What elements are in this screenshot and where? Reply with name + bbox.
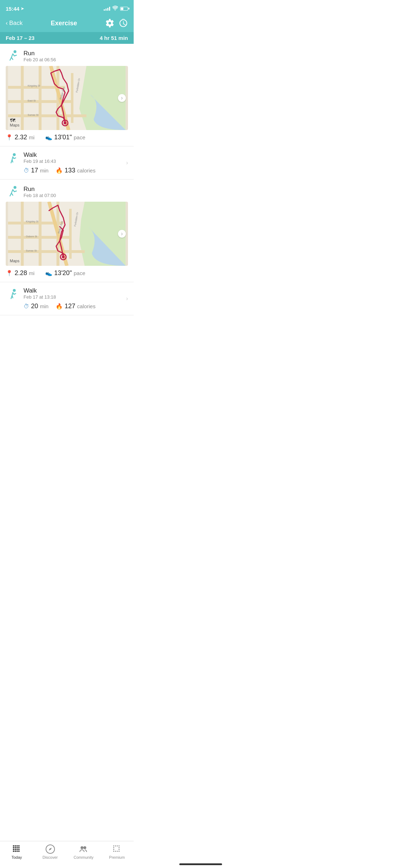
pin-icon-2: 📍: [6, 270, 13, 277]
walk-duration-1: ⏱ 17 min: [24, 167, 48, 174]
calories-unit-1: calories: [77, 167, 96, 174]
activity-header-run-2: Run Feb 18 at 07:00: [6, 185, 128, 199]
svg-text:🗺: 🗺: [10, 117, 15, 123]
calories-value-1: 133: [65, 167, 75, 174]
svg-text:Kingsley St: Kingsley St: [26, 220, 38, 223]
date-range: Feb 17 – 23: [6, 35, 35, 41]
fire-icon-2: 🔥: [56, 303, 63, 310]
distance-unit-run-2: mi: [29, 270, 35, 276]
map-arrow-run-1: ›: [118, 94, 126, 102]
svg-text:Sumac St: Sumac St: [28, 114, 38, 116]
back-button[interactable]: ‹ Back: [6, 20, 22, 27]
pace-unit-run-1: pace: [74, 134, 86, 140]
nav-title: Exercise: [51, 20, 77, 27]
map-svg-run-2: Maps Ridge Ave Kingsley St Osborn St Sum…: [6, 202, 128, 266]
gear-icon: [105, 19, 114, 28]
svg-text:Maps: Maps: [10, 259, 20, 263]
map-run-2[interactable]: Maps Ridge Ave Kingsley St Osborn St Sum…: [6, 202, 128, 266]
duration-value-2: 20: [31, 303, 38, 310]
activity-stats-run-2: 📍 2.28 mi 👟 13'20" pace: [6, 269, 128, 277]
calories-unit-2: calories: [77, 303, 96, 309]
activity-run-1[interactable]: Run Feb 20 at 06:56: [0, 44, 134, 146]
pace-unit-run-2: pace: [74, 270, 86, 276]
nav-icons: [105, 19, 128, 28]
walk-stats-2: ⏱ 20 min 🔥 127 calories: [24, 303, 96, 310]
run-icon-1: [6, 49, 20, 63]
activity-date-run-1: Feb 20 at 06:56: [24, 57, 56, 62]
svg-point-0: [14, 50, 16, 53]
settings-button[interactable]: [105, 19, 114, 28]
svg-point-20: [13, 153, 16, 156]
stat-distance-run-1: 📍 2.32 mi: [6, 134, 35, 141]
activity-walk-1[interactable]: Walk Feb 19 at 16:43 ⏱ 17 min 🔥 133 calo…: [0, 146, 134, 180]
walk-stats-1: ⏱ 17 min 🔥 133 calories: [24, 167, 96, 174]
walk-type-2: Walk: [24, 287, 96, 294]
map-arrow-run-2: ›: [118, 230, 126, 238]
activity-date-run-2: Feb 18 at 07:00: [24, 193, 56, 198]
clock-icon-2: ⏱: [24, 303, 29, 310]
walk-left-2: Walk Feb 17 at 13:18 ⏱ 20 min 🔥 127 calo…: [6, 287, 96, 310]
distance-value-run-1: 2.32: [15, 134, 27, 141]
activity-type-run-1: Run: [24, 50, 56, 57]
shoe-icon-2: 👟: [45, 270, 52, 277]
fire-icon-1: 🔥: [56, 167, 63, 174]
activity-info-run-2: Run Feb 18 at 07:00: [24, 186, 56, 198]
pin-icon: 📍: [6, 134, 13, 141]
walk-info-1: Walk Feb 19 at 16:43 ⏱ 17 min 🔥 133 calo…: [24, 151, 96, 174]
walk-icon-2: [6, 287, 20, 301]
walk-date-1: Feb 19 at 16:43: [24, 159, 96, 164]
timer-icon: [119, 19, 128, 28]
svg-point-40: [13, 289, 16, 292]
svg-text:Kingsley St: Kingsley St: [28, 84, 40, 87]
duration-value-1: 17: [31, 167, 38, 174]
nav-bar: ‹ Back Exercise: [0, 16, 134, 32]
svg-text:Sumac St: Sumac St: [26, 249, 37, 252]
total-time: 4 hr 51 min: [100, 35, 128, 41]
walk-left-1: Walk Feb 19 at 16:43 ⏱ 17 min 🔥 133 calo…: [6, 151, 96, 174]
walk-duration-2: ⏱ 20 min: [24, 303, 48, 310]
distance-unit-run-1: mi: [29, 134, 35, 140]
duration-unit-2: min: [40, 303, 48, 309]
status-time: 15:44 ➤: [6, 6, 24, 12]
stat-pace-run-1: 👟 13'01" pace: [45, 134, 85, 141]
status-icons: [104, 6, 128, 11]
shoe-icon: 👟: [45, 134, 52, 141]
activity-walk-2[interactable]: Walk Feb 17 at 13:18 ⏱ 20 min 🔥 127 calo…: [0, 282, 134, 315]
svg-text:Osborn St: Osborn St: [26, 235, 37, 238]
pace-value-run-1: 13'01": [54, 134, 72, 141]
signal-icon: [104, 6, 110, 11]
walk-info-2: Walk Feb 17 at 13:18 ⏱ 20 min 🔥 127 calo…: [24, 287, 96, 310]
pace-value-run-2: 13'20": [54, 269, 72, 277]
activity-stats-run-1: 📍 2.32 mi 👟 13'01" pace: [6, 134, 128, 141]
status-bar: 15:44 ➤: [0, 0, 134, 16]
activity-type-run-2: Run: [24, 186, 56, 193]
calories-value-2: 127: [65, 303, 75, 310]
wifi-icon: [112, 6, 118, 11]
battery-icon: [120, 7, 128, 11]
clock-icon-1: ⏱: [24, 167, 29, 174]
svg-text:East St: East St: [28, 99, 36, 102]
date-range-bar: Feb 17 – 23 4 hr 51 min: [0, 32, 134, 44]
run-icon-2: [6, 185, 20, 199]
timer-button[interactable]: [119, 19, 128, 28]
chevron-left-icon: ‹: [6, 20, 8, 27]
svg-point-33: [62, 255, 65, 258]
walk-date-2: Feb 17 at 13:18: [24, 294, 96, 300]
activity-header-run-1: Run Feb 20 at 06:56: [6, 49, 128, 63]
map-run-1[interactable]: Maps 🗺 Ridge Ave Kingsley St East St Sum…: [6, 66, 128, 130]
duration-unit-1: min: [40, 167, 48, 174]
walk-type-1: Walk: [24, 151, 96, 159]
map-svg-run-1: Maps 🗺 Ridge Ave Kingsley St East St Sum…: [6, 66, 128, 130]
svg-text:Maps: Maps: [10, 123, 20, 127]
stat-distance-run-2: 📍 2.28 mi: [6, 269, 35, 277]
distance-value-run-2: 2.28: [15, 269, 27, 277]
activity-info-run-1: Run Feb 20 at 06:56: [24, 50, 56, 62]
walk-icon-1: [6, 151, 20, 166]
chevron-right-walk-2: ›: [126, 295, 128, 302]
svg-point-21: [14, 186, 16, 189]
chevron-right-walk-1: ›: [126, 160, 128, 166]
activity-run-2[interactable]: Run Feb 18 at 07:00: [0, 180, 134, 282]
content-area: Run Feb 20 at 06:56: [0, 44, 134, 347]
walk-calories-2: 🔥 127 calories: [56, 303, 96, 310]
walk-calories-1: 🔥 133 calories: [56, 167, 96, 174]
